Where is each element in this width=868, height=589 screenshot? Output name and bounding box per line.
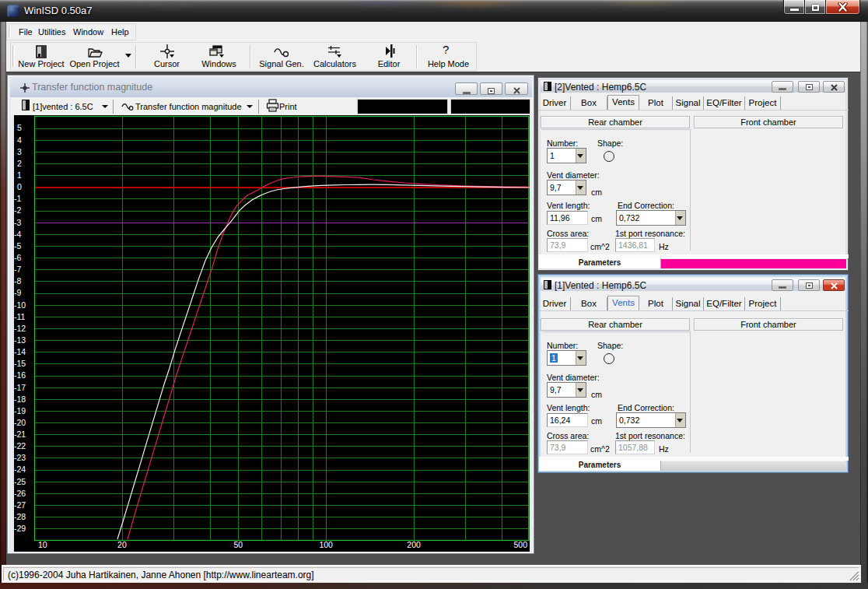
svg-text:-22: -22	[14, 441, 26, 451]
svg-text:-8: -8	[14, 276, 21, 286]
svg-text:0: 0	[17, 182, 22, 191]
svg-text:20: 20	[117, 540, 127, 549]
svg-text:-13: -13	[14, 335, 26, 345]
svg-text:-15: -15	[14, 359, 26, 368]
svg-text:-20: -20	[14, 418, 26, 427]
svg-text:4: 4	[17, 135, 22, 145]
svg-text:5: 5	[17, 123, 22, 132]
svg-text:500: 500	[513, 540, 527, 549]
svg-text:-11: -11	[14, 312, 26, 321]
svg-text:100: 100	[319, 540, 333, 549]
svg-text:-1: -1	[14, 194, 21, 203]
svg-text:-9: -9	[14, 288, 21, 297]
svg-text:-29: -29	[14, 524, 26, 533]
svg-text:-25: -25	[14, 477, 26, 486]
svg-text:-28: -28	[14, 512, 26, 521]
svg-text:3: 3	[17, 147, 22, 156]
svg-text:50: 50	[233, 540, 243, 549]
svg-text:-26: -26	[14, 489, 26, 498]
svg-text:-21: -21	[14, 429, 26, 439]
svg-text:-3: -3	[14, 218, 21, 227]
svg-text:-14: -14	[14, 347, 26, 356]
svg-text:-19: -19	[14, 406, 26, 415]
svg-text:-5: -5	[14, 241, 21, 251]
svg-text:-12: -12	[14, 324, 26, 333]
svg-text:-2: -2	[14, 205, 21, 215]
svg-text:-23: -23	[14, 453, 26, 462]
svg-text:-27: -27	[14, 500, 26, 510]
svg-text:10: 10	[38, 540, 47, 549]
svg-text:-7: -7	[14, 265, 21, 274]
svg-text:2: 2	[17, 159, 22, 168]
svg-text:-10: -10	[14, 300, 26, 310]
svg-text:-6: -6	[14, 253, 21, 262]
svg-text:-4: -4	[14, 230, 21, 239]
svg-text:200: 200	[407, 540, 421, 549]
svg-text:-18: -18	[14, 394, 26, 404]
svg-text:-24: -24	[14, 465, 26, 474]
svg-text:-16: -16	[14, 370, 26, 380]
svg-text:1: 1	[17, 170, 22, 180]
svg-text:-17: -17	[14, 383, 26, 392]
